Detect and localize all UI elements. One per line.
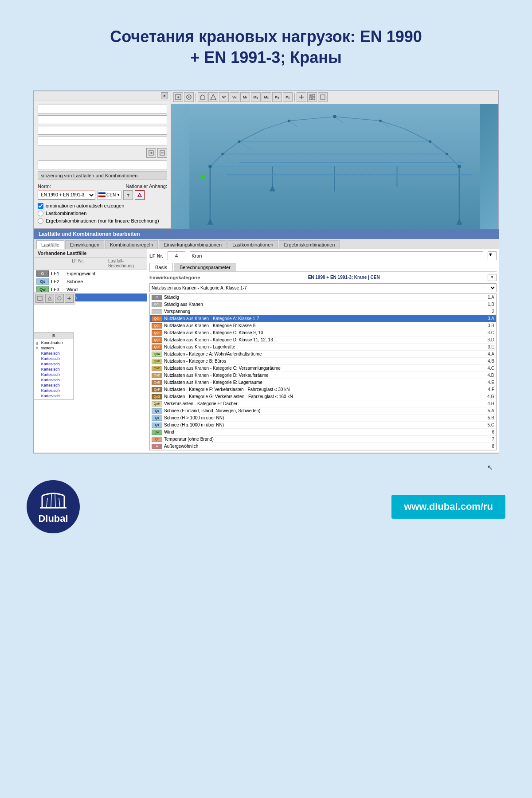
basis-tab-basis[interactable]: Basis bbox=[149, 263, 173, 271]
category-dropdown[interactable]: Nutzlasten aus Kranen - Kategorie A: Kla… bbox=[149, 283, 497, 292]
cat-row-8[interactable]: A Außergewöhnlich 8 bbox=[150, 443, 496, 450]
cat-badge-qnc: QnC bbox=[152, 366, 162, 371]
lf-number-input[interactable] bbox=[168, 251, 185, 260]
tab-kombinationsregeln[interactable]: Kombinationsregeln bbox=[105, 240, 158, 249]
toolbar-btn-13[interactable] bbox=[307, 92, 317, 102]
category-list: G Ständig 1.A GCr Ständig aus Kranen 1.B… bbox=[149, 293, 497, 450]
cat-row-3d[interactable]: QCr Nutzlasten aus Kranen - Kategorie D:… bbox=[150, 336, 496, 344]
radio-lk[interactable] bbox=[38, 211, 43, 216]
svg-rect-49 bbox=[38, 296, 42, 301]
toolbar-btn-1[interactable] bbox=[173, 92, 183, 102]
basis-tab-berechnung[interactable]: Berechnungsparameter bbox=[174, 263, 236, 271]
svg-rect-6 bbox=[313, 94, 315, 97]
toolbar-btn-5[interactable]: Vr bbox=[219, 92, 229, 102]
cat-row-6[interactable]: Qw Wind 6 bbox=[150, 429, 496, 436]
mini-icon-2[interactable] bbox=[45, 294, 54, 303]
cat-badge-gcr: GCr bbox=[152, 302, 162, 307]
cat-row-5a[interactable]: Qs Schnee (Finnland, Island, Norwegen, S… bbox=[150, 407, 496, 415]
toolbar-btn-9[interactable]: Mz bbox=[262, 92, 271, 102]
tab-lastfalle[interactable]: Lastfälle bbox=[36, 240, 64, 249]
cat-row-5b[interactable]: Qs Schnee (H > 1000 m über NN) 5.B bbox=[150, 415, 496, 422]
input-row-2 bbox=[38, 115, 167, 124]
toolbar-btn-12[interactable] bbox=[297, 92, 306, 102]
cat-row-4a[interactable]: QnA Nutzlasten - Kategorie A: Wohn/Aufen… bbox=[150, 351, 496, 358]
tab-einwirkungen[interactable]: Einwirkungen bbox=[65, 240, 104, 249]
cat-row-1b[interactable]: GCr Ständig aus Kranen 1.B bbox=[150, 301, 496, 308]
close-button[interactable]: × bbox=[161, 92, 168, 99]
cat-row-1a[interactable]: G Ständig 1.A bbox=[150, 294, 496, 301]
svg-rect-7 bbox=[309, 98, 312, 100]
norm-dropdown[interactable]: EN 1990 + EN 1991-3; bbox=[38, 191, 95, 200]
mini-icon-4[interactable] bbox=[65, 294, 74, 303]
cat-row-4h[interactable]: QnH Verkehrslasten - Kategorie H: Dächer… bbox=[150, 400, 496, 407]
cat-row-7[interactable]: Qt Temperatur (ohne Brand) 7 bbox=[150, 436, 496, 443]
mini-icon-3[interactable] bbox=[55, 294, 64, 303]
tab-ergebniskombinationen[interactable]: Ergebniskombinationen bbox=[279, 240, 340, 249]
checkbox-auto[interactable] bbox=[38, 203, 43, 209]
input-field-2[interactable] bbox=[38, 115, 167, 124]
toolbar-btn-6[interactable]: Ve bbox=[230, 92, 239, 102]
cat-row-4e[interactable]: QnE Nutzlasten aus Kranen - Kategorie E:… bbox=[150, 379, 496, 386]
radio-ek[interactable] bbox=[38, 218, 43, 224]
settings-icon-btn[interactable] bbox=[135, 190, 145, 200]
cat-row-4b[interactable]: QnB Nutzlasten - Kategorie B: Büros 4.B bbox=[150, 358, 496, 365]
tab-einwirkungskombinationen[interactable]: Einwirkungskombinationen bbox=[159, 240, 227, 249]
toolbar-btn-3[interactable] bbox=[198, 92, 207, 102]
icon-btn-2[interactable] bbox=[157, 148, 167, 158]
toolbar-btn-10[interactable]: Py bbox=[272, 92, 282, 102]
input-field-4[interactable] bbox=[38, 137, 167, 145]
input-field-3[interactable] bbox=[38, 126, 167, 135]
toolbar-btn-7[interactable]: Mr bbox=[240, 92, 250, 102]
lf-row-1[interactable]: G LF1 Eigengewicht bbox=[34, 270, 147, 278]
tab-lastkombinationen[interactable]: Lastkombinationen bbox=[227, 240, 278, 249]
toolbar-btn-4[interactable] bbox=[208, 92, 218, 102]
toolbar-btn-11[interactable]: Pz bbox=[283, 92, 293, 102]
cat-row-3c[interactable]: QCr Nutzlasten aus Kranen - Kategorie C:… bbox=[150, 329, 496, 336]
icon-btn-1[interactable] bbox=[146, 148, 156, 158]
svg-rect-5 bbox=[309, 94, 312, 97]
svg-rect-51 bbox=[40, 507, 66, 509]
lf-badge-g: G bbox=[36, 270, 49, 277]
toolbar-sep-1 bbox=[196, 93, 196, 102]
cat-row-3e[interactable]: QCr Nutzlasten aus Kranen - Lagerkräfte … bbox=[150, 344, 496, 351]
columns-header: LF Nr. Lastfall-Bezeichnung bbox=[34, 258, 147, 270]
cat-row-2[interactable]: Vorspannung 2 bbox=[150, 308, 496, 315]
lf-name-input[interactable] bbox=[190, 251, 483, 260]
cat-row-3a[interactable]: QCr Nutzlasten aus Kranen - Kategorie A:… bbox=[150, 315, 496, 322]
cat-row-3b[interactable]: QCr Nutzlasten aus Kranen - Kategorie B:… bbox=[150, 322, 496, 329]
cat-row-4d[interactable]: QnD Nutzlasten aus Kranen - Kategorie D:… bbox=[150, 372, 496, 379]
sub-section-header: Vorhandene Lastfälle bbox=[34, 249, 147, 258]
input-row-5 bbox=[38, 160, 167, 169]
input-field-5[interactable] bbox=[38, 160, 167, 169]
national-dropdown[interactable]: CEN ▼ bbox=[97, 191, 121, 200]
input-field-1[interactable] bbox=[38, 105, 167, 113]
mini-toolbar-header: B bbox=[34, 332, 73, 339]
dialog-body: Vorhandene Lastfälle LF Nr. Lastfall-Bez… bbox=[34, 249, 499, 453]
cat-row-5c[interactable]: Qs Schnee (H ≤ 1000 m über NN) 5.C bbox=[150, 422, 496, 429]
toolbar-strip: Vr Ve Mr My Mz Py Pz bbox=[171, 91, 498, 104]
toolbar-btn-14[interactable] bbox=[318, 92, 328, 102]
cat-badge-qcr-3d: QCr bbox=[152, 337, 162, 343]
cat-row-4c[interactable]: QnC Nutzlasten aus Kranen - Kategorie C:… bbox=[150, 365, 496, 372]
flag-icon bbox=[98, 192, 106, 197]
radio-ergebniskombinationen: Ergebniskombinationen (nur für lineare B… bbox=[38, 217, 167, 225]
filter-icon-btn[interactable] bbox=[123, 190, 133, 200]
cat-row-4f[interactable]: QnF Nutzlasten - Kategorie F: Verkehrsla… bbox=[150, 386, 496, 393]
cat-row-4g[interactable]: QnG Nutzlasten - Kategorie G: Verkehrsla… bbox=[150, 393, 496, 400]
basis-tabs: Basis Berechnungsparameter bbox=[149, 263, 497, 272]
toolbar-btn-2[interactable] bbox=[184, 92, 194, 102]
page-title: Сочетания крановых нагрузок: EN 1990 + E… bbox=[110, 27, 422, 68]
svg-marker-2 bbox=[138, 193, 141, 197]
cat-badge-qnf: QnF bbox=[152, 387, 162, 392]
lf-row-2[interactable]: Qs LF2 Schnee bbox=[34, 278, 147, 286]
svg-point-50 bbox=[58, 297, 61, 300]
icon-buttons-row bbox=[38, 148, 167, 158]
mini-icon-1[interactable] bbox=[35, 294, 44, 303]
ew-collapse-btn[interactable]: ▼ bbox=[488, 274, 497, 281]
coord-panel: gKoordinaten- nsystem Kartesisch Kartesi… bbox=[34, 339, 73, 399]
lf-dropdown-btn[interactable]: ▼ bbox=[488, 251, 497, 260]
cat-badge-qcr-3b: QCr bbox=[152, 323, 162, 329]
svg-point-42 bbox=[333, 115, 336, 118]
website-badge[interactable]: www.dlubal.com/ru bbox=[391, 495, 505, 519]
toolbar-btn-8[interactable]: My bbox=[251, 92, 261, 102]
